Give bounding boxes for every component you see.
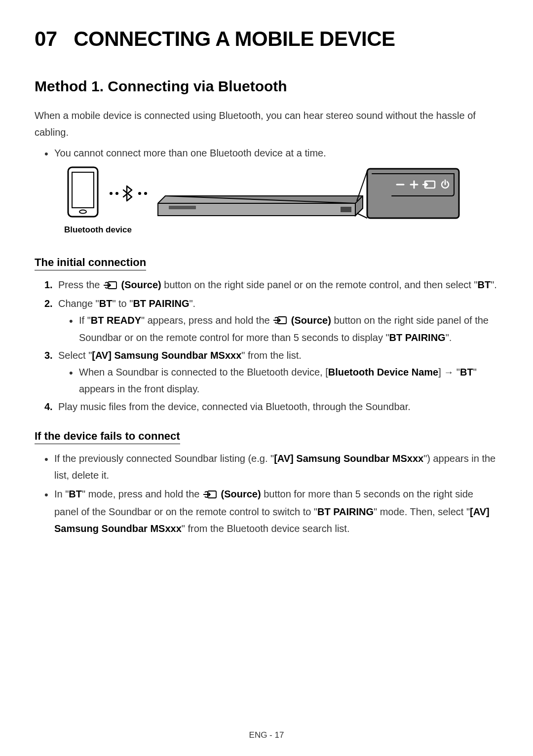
step-2: 2. Change "BT" to "BT PAIRING". If "BT R… [44,295,498,346]
step-2-sub-1: If "BT READY" appears, press and hold th… [69,312,498,346]
svg-rect-9 [169,206,196,209]
svg-point-3 [110,192,113,195]
svg-point-5 [138,192,141,195]
svg-rect-1 [72,172,94,208]
svg-rect-13 [367,169,459,218]
page-number: ENG - 17 [0,730,533,740]
section-heading: Method 1. Connecting via Bluetooth [35,78,498,95]
intro-text: When a mobile device is connected using … [35,107,498,141]
initial-steps: 1. Press the (Source) button on the righ… [35,276,498,415]
fails-bullet-1: If the previously connected Soundbar lis… [44,450,498,484]
diagram-label: Bluetooth device [64,225,498,235]
svg-point-4 [115,192,118,195]
step-3-sub: When a Soundbar is connected to the Blue… [58,364,498,397]
fails-bullet-2: In "BT" mode, press and hold the (Source… [44,486,498,537]
source-icon [104,277,117,294]
intro-bullets: You cannot connect more than one Bluetoo… [35,145,498,161]
fails-heading: If the device fails to connect [35,430,180,444]
initial-connection-heading: The initial connection [35,256,146,270]
step-3: 3. Select "[AV] Samsung Soundbar MSxxx" … [44,347,498,397]
diagram-svg [54,166,469,221]
source-icon [273,312,287,329]
step-3-sub-1: When a Soundbar is connected to the Blue… [69,364,498,397]
step-2-sub: If "BT READY" appears, press and hold th… [58,312,498,346]
chapter-heading: 07 CONNECTING A MOBILE DEVICE [35,27,498,51]
connection-diagram: Bluetooth device [54,166,498,235]
svg-rect-10 [341,207,351,212]
svg-point-6 [144,192,147,195]
intro-bullet-1: You cannot connect more than one Bluetoo… [44,145,498,161]
step-1: 1. Press the (Source) button on the righ… [44,276,498,294]
chapter-number: 07 [35,27,57,50]
chapter-title: CONNECTING A MOBILE DEVICE [74,27,395,50]
source-icon [203,487,217,503]
fails-bullets: If the previously connected Soundbar lis… [35,450,498,537]
svg-line-12 [357,213,367,218]
step-4: 4. Play music files from the device, con… [44,398,498,415]
